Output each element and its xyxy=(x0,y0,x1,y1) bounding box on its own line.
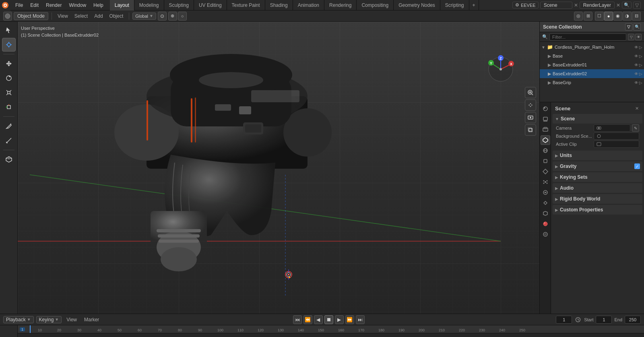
menu-file[interactable]: File xyxy=(12,2,26,9)
tab-shading[interactable]: Shading xyxy=(265,0,293,10)
stop-btn[interactable] xyxy=(324,315,333,324)
blender-logo[interactable] xyxy=(0,0,10,10)
snap-btn[interactable]: ⊕ xyxy=(168,12,177,21)
playback-dropdown[interactable]: Playback ▼ xyxy=(3,316,34,323)
bg-scene-value[interactable] xyxy=(594,132,639,140)
proportional-btn[interactable]: ○ xyxy=(178,12,187,21)
zoom-in-btn[interactable] xyxy=(525,87,536,98)
transform-gizmo[interactable] xyxy=(283,269,295,282)
scene-close[interactable]: ✕ xyxy=(574,2,578,8)
keying-dropdown[interactable]: Keying ▼ xyxy=(36,316,62,323)
navigation-gizmo[interactable]: Z X Y xyxy=(486,55,515,84)
basegrip-restrict[interactable]: ▷ xyxy=(639,81,642,85)
clock-icon[interactable] xyxy=(574,316,582,323)
vtab-scene[interactable] xyxy=(541,135,550,145)
vtab-shader[interactable] xyxy=(541,229,550,239)
keying-sets-header[interactable]: ▶ Keying Sets xyxy=(553,172,642,182)
add-menu[interactable]: Add xyxy=(92,12,105,20)
play-btn[interactable]: ▶ xyxy=(335,315,344,324)
vtab-viewlayer[interactable] xyxy=(541,125,550,134)
scene-section-header[interactable]: ▼ Scene xyxy=(553,114,642,124)
extrudder02-restrict[interactable]: ▷ xyxy=(639,72,642,76)
tab-texture-paint[interactable]: Texture Paint xyxy=(227,0,265,10)
viewport-shading-btn[interactable] xyxy=(3,12,12,21)
visibility-icon[interactable]: 👁 xyxy=(634,45,638,50)
extrudder01-visibility[interactable]: 👁 xyxy=(634,63,638,67)
filter-icon[interactable]: ▽ xyxy=(633,2,641,9)
vtab-object[interactable] xyxy=(541,156,550,166)
outliner-item-basegrip[interactable]: ▶ BaseGrip 👁 ▷ xyxy=(540,78,644,87)
play-reverse-btn[interactable]: ◀ xyxy=(314,315,323,324)
tab-animation[interactable]: Animation xyxy=(293,0,324,10)
rendered-btn[interactable]: ◑ xyxy=(623,12,632,21)
vtab-world[interactable] xyxy=(541,146,550,155)
jump-end-btn[interactable]: ⏭ xyxy=(356,315,365,324)
menu-window[interactable]: Window xyxy=(66,2,89,9)
units-section-header[interactable]: ▶ Units xyxy=(553,151,642,160)
start-frame-input[interactable]: 1 xyxy=(596,316,612,324)
overlay-btn[interactable]: ◎ xyxy=(574,12,583,21)
tab-layout[interactable]: Layout xyxy=(110,0,134,10)
tab-modeling[interactable]: Modeling xyxy=(134,0,164,10)
outliner-filter-btn[interactable]: ▽ xyxy=(625,23,632,31)
vtab-output[interactable] xyxy=(541,114,550,124)
base-restrict[interactable]: ▷ xyxy=(639,54,642,58)
jump-start-btn[interactable]: ⏮ xyxy=(293,315,302,324)
vtab-constraints[interactable] xyxy=(541,198,550,208)
menu-edit[interactable]: Edit xyxy=(27,2,42,9)
vtab-physics[interactable] xyxy=(541,188,550,197)
material-btn[interactable]: ◉ xyxy=(613,12,622,21)
timeline-main[interactable]: 1 10 20 30 40 50 60 70 80 90 100 110 120… xyxy=(18,325,644,337)
rigid-body-world-header[interactable]: ▶ Rigid Body World xyxy=(553,194,642,204)
scene-name[interactable]: Scene xyxy=(540,2,572,9)
filter-type-btn[interactable]: ▽ xyxy=(628,34,634,40)
current-frame-input[interactable]: 1 xyxy=(556,316,572,324)
camera-value[interactable] xyxy=(594,124,630,132)
end-frame-input[interactable]: 250 xyxy=(625,316,641,324)
vtab-material[interactable] xyxy=(541,219,550,229)
solid-btn[interactable]: ● xyxy=(604,12,613,21)
custom-properties-header[interactable]: ▶ Custom Properties xyxy=(553,205,642,215)
vtab-render[interactable] xyxy=(541,104,550,114)
camera-edit-btn[interactable]: ✎ xyxy=(632,124,639,132)
outliner-search-btn[interactable]: 🔍 xyxy=(634,23,641,31)
outliner-item-extrudder02[interactable]: ▶ BaseExtrudder02 👁 ▷ xyxy=(540,69,644,78)
select-menu[interactable]: Select xyxy=(72,12,90,20)
pivot-btn[interactable]: ⊙ xyxy=(158,12,167,21)
basegrip-visibility[interactable]: 👁 xyxy=(634,81,638,85)
gizmo-btn[interactable]: ⊞ xyxy=(584,12,592,21)
pan-btn[interactable] xyxy=(525,99,536,111)
annotate-tool-btn[interactable] xyxy=(2,119,16,133)
tab-geometry-nodes[interactable]: Geometry Nodes xyxy=(394,0,440,10)
timeline-keyframes[interactable] xyxy=(18,333,644,337)
tab-add[interactable]: + xyxy=(469,0,479,10)
scale-tool-btn[interactable] xyxy=(2,86,16,99)
menu-help[interactable]: Help xyxy=(90,2,107,9)
add-cube-btn[interactable] xyxy=(2,153,16,166)
active-clip-value[interactable] xyxy=(594,141,639,148)
select-tool-btn[interactable] xyxy=(2,23,16,37)
tab-rendering[interactable]: Rendering xyxy=(324,0,357,10)
transform-space[interactable]: Global ▼ xyxy=(132,12,156,20)
wireframe-btn[interactable]: ☐ xyxy=(595,12,604,21)
extrudder01-restrict[interactable]: ▷ xyxy=(639,63,642,67)
orthographic-btn[interactable] xyxy=(525,124,536,136)
camera-view-btn[interactable] xyxy=(525,112,536,123)
menu-render[interactable]: Render xyxy=(43,2,65,9)
tab-sculpting[interactable]: Sculpting xyxy=(164,0,194,10)
audio-section-header[interactable]: ▶ Audio xyxy=(553,183,642,193)
outliner-item-extrudder01[interactable]: ▶ BaseExtrudder01 👁 ▷ xyxy=(540,60,644,69)
object-menu[interactable]: Object xyxy=(107,12,126,20)
render-layer-name[interactable]: RenderLayer xyxy=(580,2,615,9)
view-menu[interactable]: View xyxy=(55,12,70,20)
render-layer-close[interactable]: ✕ xyxy=(616,2,620,8)
jump-prev-keyframe-btn[interactable]: ⏪ xyxy=(303,315,312,324)
props-close-btn[interactable]: ✕ xyxy=(634,105,640,112)
tab-compositing[interactable]: Compositing xyxy=(357,0,394,10)
transform-tool-btn[interactable] xyxy=(2,100,16,114)
view-btn[interactable]: View xyxy=(64,316,79,323)
vtab-particles[interactable] xyxy=(541,177,550,187)
base-visibility[interactable]: 👁 xyxy=(634,54,638,58)
outliner-search-input[interactable] xyxy=(549,33,626,41)
tab-uv-editing[interactable]: UV Editing xyxy=(194,0,227,10)
